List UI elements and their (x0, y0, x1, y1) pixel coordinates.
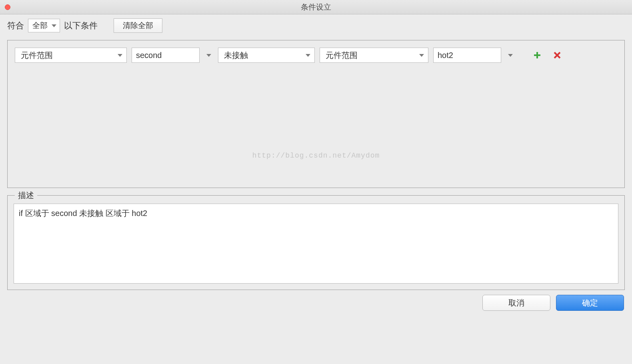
widget-scope-1-value: 元件范围 (21, 50, 53, 61)
chevron-down-icon (118, 54, 122, 57)
svg-rect-1 (534, 54, 540, 56)
plus-icon (533, 51, 541, 59)
match-toolbar: 符合 全部 以下条件 清除全部 (7, 18, 625, 33)
remove-condition-button[interactable] (552, 50, 563, 61)
window-title: 条件设立 (0, 2, 632, 12)
match-selector[interactable]: 全部 (28, 19, 60, 32)
hot-input[interactable]: hot2 (433, 48, 501, 63)
description-text: if 区域于 second 未接触 区域于 hot2 (19, 209, 147, 218)
clear-all-button[interactable]: 清除全部 (114, 18, 162, 33)
match-suffix-label: 以下条件 (64, 20, 98, 31)
action-select[interactable]: 未接触 (218, 48, 315, 63)
chevron-down-icon (419, 54, 424, 57)
widget-scope-select-1[interactable]: 元件范围 (15, 48, 127, 63)
add-condition-button[interactable] (532, 50, 543, 61)
widget-scope-2-value: 元件范围 (326, 50, 358, 61)
x-icon (553, 51, 561, 59)
footer-buttons: 取消 确定 (7, 295, 625, 311)
conditions-panel: 元件范围 second 未接触 元件范围 hot2 (7, 40, 625, 188)
hot-dropdown[interactable] (506, 54, 515, 57)
action-select-value: 未接触 (224, 50, 248, 61)
widget-scope-select-2[interactable]: 元件范围 (320, 48, 428, 63)
chevron-down-icon (206, 54, 211, 57)
second-dropdown[interactable] (204, 54, 213, 57)
description-textarea[interactable]: if 区域于 second 未接触 区域于 hot2 (14, 204, 618, 284)
watermark-text: http://blog.csdn.net/Amydom (252, 152, 380, 160)
description-fieldset: 描述 if 区域于 second 未接触 区域于 hot2 (7, 195, 625, 290)
ok-button[interactable]: 确定 (556, 295, 624, 311)
second-input[interactable]: second (132, 48, 200, 63)
chevron-down-icon (508, 54, 513, 57)
cancel-button[interactable]: 取消 (482, 295, 550, 311)
second-input-value: second (136, 51, 162, 60)
description-legend: 描述 (15, 190, 37, 201)
condition-row: 元件范围 second 未接触 元件范围 hot2 (15, 48, 617, 63)
match-prefix-label: 符合 (7, 20, 24, 31)
titlebar: 条件设立 (0, 0, 632, 14)
chevron-down-icon (52, 24, 56, 27)
chevron-down-icon (306, 54, 310, 57)
close-window-dot[interactable] (5, 4, 10, 10)
hot-input-value: hot2 (438, 51, 453, 60)
content-area: 符合 全部 以下条件 清除全部 元件范围 second 未接触 元件范 (0, 14, 632, 315)
match-selector-value: 全部 (32, 20, 48, 31)
